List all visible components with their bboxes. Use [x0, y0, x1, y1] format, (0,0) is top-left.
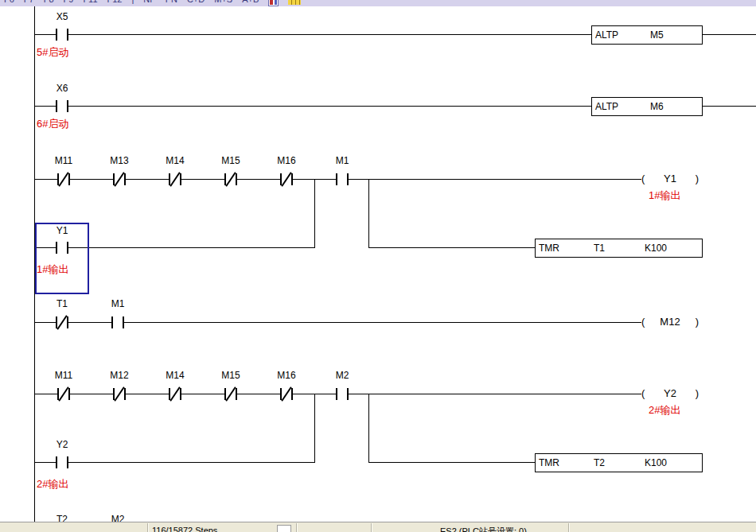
- contact-m11[interactable]: [57, 388, 70, 400]
- toolbar-button-f9[interactable]: F9: [64, 0, 74, 4]
- contact-bar: [236, 388, 237, 400]
- nc-slash: [281, 172, 291, 187]
- device-label: X5: [45, 11, 80, 22]
- wire-v-branch: [314, 394, 315, 463]
- contact-m13[interactable]: [113, 173, 126, 185]
- toolbar-button-ab[interactable]: A+B: [242, 0, 259, 4]
- device-label: M1: [325, 155, 360, 166]
- overwrite-indicator[interactable]: [277, 525, 291, 532]
- nc-slash: [58, 172, 68, 187]
- contact-bar: [291, 388, 293, 400]
- toolbar-button-f12[interactable]: F12: [107, 0, 123, 4]
- wire-v-branch: [368, 394, 369, 463]
- instruction-op: TMR: [539, 243, 559, 254]
- status-divider: [568, 523, 569, 532]
- instruction-operand: M5: [650, 29, 664, 41]
- instruction-box-altp-m6[interactable]: ALTP M6: [591, 97, 703, 116]
- device-label: M16: [269, 155, 304, 166]
- device-label: M11: [46, 370, 81, 381]
- device-comment: 5#启动: [37, 45, 68, 60]
- contact-bar: [336, 173, 337, 185]
- contact-bar: [67, 456, 68, 468]
- contact-y2[interactable]: [56, 456, 68, 468]
- nc-slash: [114, 172, 124, 187]
- ladder-toolbar: F6 F7 F8 F9 F11 F12 | NP PN C+D M+S A+B: [0, 0, 756, 6]
- device-label: M14: [158, 155, 193, 166]
- instruction-operand: K100: [645, 457, 667, 468]
- wire-h: [34, 322, 642, 323]
- wire-v-branch: [314, 179, 315, 248]
- coil-name: M12: [641, 316, 699, 328]
- contact-bar: [347, 388, 349, 400]
- instruction-op: ALTP: [595, 29, 618, 41]
- wire-h: [34, 34, 591, 35]
- wire-h: [701, 106, 756, 107]
- nc-slash: [170, 172, 180, 187]
- toolbar-button-pn[interactable]: PN: [166, 0, 177, 4]
- contact-bar: [67, 316, 68, 328]
- coil-y2[interactable]: ( Y2 ): [641, 386, 699, 401]
- contact-bar: [347, 173, 349, 185]
- toolbar-button-ms[interactable]: M+S: [214, 0, 232, 4]
- contact-m15[interactable]: [224, 388, 237, 400]
- toolbar-button-f7[interactable]: F7: [24, 0, 34, 4]
- contact-bar: [56, 456, 57, 468]
- contact-m12[interactable]: [113, 388, 126, 400]
- program-monitor-icon[interactable]: [268, 0, 279, 6]
- wire-h: [34, 106, 591, 107]
- wire-h: [368, 247, 535, 248]
- selection-cursor: [35, 223, 89, 294]
- device-label: M15: [213, 370, 248, 381]
- device-label: X6: [45, 83, 80, 94]
- toolbar-button-np[interactable]: NP: [143, 0, 155, 4]
- contact-m1[interactable]: [336, 173, 349, 185]
- contact-m15[interactable]: [224, 173, 237, 185]
- instruction-box-tmr-t2[interactable]: TMR T2 K100: [535, 453, 703, 472]
- contact-bar: [111, 316, 113, 328]
- status-plc-type: ES2 (PLC站号设置: 0): [440, 526, 527, 532]
- contact-bar: [180, 388, 181, 400]
- toolbar-button-cd[interactable]: C+D: [187, 0, 205, 4]
- device-label: M14: [158, 370, 193, 381]
- wire-h: [368, 462, 535, 463]
- coil-y1[interactable]: ( Y1 ): [641, 172, 699, 186]
- status-divider: [371, 523, 372, 532]
- coil-m12[interactable]: ( M12 ): [641, 315, 699, 329]
- contact-m14[interactable]: [169, 388, 181, 400]
- contact-m16[interactable]: [280, 388, 293, 400]
- contact-x5[interactable]: [56, 29, 68, 41]
- device-label: M1: [100, 298, 135, 309]
- toolbar-button-f6[interactable]: F6: [4, 0, 14, 4]
- toolbar-button-f11[interactable]: F11: [83, 0, 97, 4]
- toolbar-button-f8[interactable]: F8: [44, 0, 54, 4]
- device-label: M11: [46, 155, 81, 166]
- contact-bar: [68, 173, 70, 185]
- contact-bar: [291, 173, 293, 185]
- nc-slash: [170, 386, 180, 402]
- contact-bar: [124, 173, 126, 185]
- instruction-box-altp-m5[interactable]: ALTP M5: [591, 25, 703, 45]
- device-comment: 2#输出: [37, 477, 68, 491]
- contact-m11[interactable]: [57, 173, 70, 185]
- device-label: T1: [45, 298, 80, 309]
- wire-v-branch: [368, 179, 369, 248]
- nc-slash: [114, 386, 124, 402]
- contact-m1[interactable]: [111, 316, 124, 328]
- contact-bar: [67, 29, 68, 41]
- instruction-operand: T1: [594, 243, 605, 254]
- blocks-icon[interactable]: [288, 0, 301, 5]
- contact-m14[interactable]: [169, 173, 181, 185]
- contact-t1[interactable]: [56, 316, 68, 328]
- contact-m16[interactable]: [280, 173, 293, 185]
- contact-bar: [180, 173, 181, 185]
- instruction-box-tmr-t1[interactable]: TMR T1 K100: [535, 239, 703, 258]
- contact-bar: [124, 388, 126, 400]
- coil-close-paren: ): [696, 387, 699, 399]
- device-label: Y2: [45, 439, 80, 450]
- device-comment: 6#启动: [37, 117, 68, 131]
- status-bar: 116/15872 Steps ES2 (PLC站号设置: 0): [0, 522, 756, 532]
- contact-m2[interactable]: [336, 388, 349, 400]
- status-divider: [147, 523, 148, 532]
- contact-bar: [336, 388, 337, 400]
- contact-x6[interactable]: [56, 100, 68, 112]
